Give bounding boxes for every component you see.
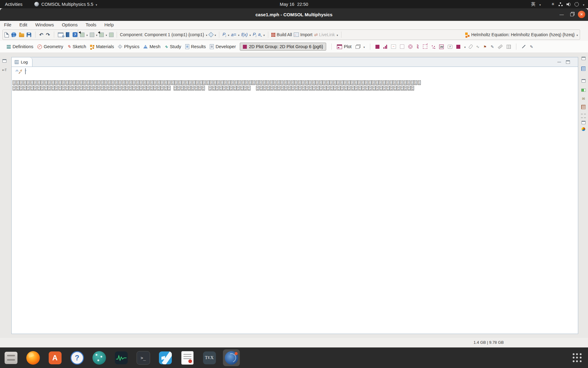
window2-collapsed-button[interactable] xyxy=(580,119,587,125)
panel-minimize-button[interactable]: — xyxy=(556,59,562,64)
variables-button[interactable]: a= xyxy=(231,32,236,37)
particle-trajectories-icon[interactable] xyxy=(431,45,435,49)
save-button[interactable] xyxy=(27,33,31,37)
grid-snap-tool[interactable] xyxy=(90,33,94,37)
parameters-button[interactable]: Pi xyxy=(222,32,226,38)
dock-waveform-app[interactable] xyxy=(113,349,130,366)
graphics-collapsed-button[interactable] xyxy=(580,126,587,132)
ime-indicator[interactable]: 英 xyxy=(531,1,536,7)
network-icon[interactable] xyxy=(559,2,563,6)
dock-orange-a-app[interactable]: A xyxy=(47,349,63,366)
new-file-button[interactable] xyxy=(5,32,9,37)
help-button[interactable]: ? xyxy=(73,32,77,37)
flag-icon[interactable] xyxy=(483,44,487,49)
open-button[interactable] xyxy=(19,33,24,37)
tab-sketch[interactable]: Sketch xyxy=(67,44,86,49)
dock-firefox[interactable] xyxy=(24,349,41,366)
minimize-button[interactable]: — xyxy=(558,11,565,18)
deformation-icon[interactable] xyxy=(423,44,427,49)
chevron-down-icon[interactable] xyxy=(250,32,251,37)
tray-chevron-icon[interactable] xyxy=(583,2,584,7)
dock-vscode[interactable] xyxy=(157,349,174,366)
mesh-grid-tool[interactable] xyxy=(109,33,114,37)
attachment-icon[interactable] xyxy=(469,44,472,49)
chevron-down-icon[interactable] xyxy=(86,32,88,37)
add-component-button[interactable] xyxy=(209,33,213,36)
progress-collapsed-button[interactable] xyxy=(580,87,587,93)
contour-frame-icon[interactable] xyxy=(400,44,404,49)
table-tools-icon[interactable] xyxy=(507,45,511,49)
select-entities-tool[interactable] xyxy=(80,33,85,37)
export-log-icon[interactable] xyxy=(25,69,26,74)
chevron-down-icon[interactable] xyxy=(337,32,338,37)
menu-help[interactable]: Help xyxy=(100,21,118,28)
table-collapsed-button[interactable] xyxy=(580,104,587,110)
draw-pencil-icon[interactable] xyxy=(530,44,533,49)
line-segment-icon[interactable] xyxy=(522,46,526,47)
chevron-down-icon[interactable] xyxy=(96,32,98,37)
livelink-button[interactable]: LiveLink xyxy=(314,32,335,37)
active-plot-group-button[interactable]: 2D Plot Group: 2D Plot Group 6 {pg6} xyxy=(240,43,326,51)
chevron-down-icon[interactable] xyxy=(206,32,207,37)
tab-physics[interactable]: Physics xyxy=(118,44,139,49)
chevron-down-icon[interactable] xyxy=(576,32,578,37)
clock[interactable]: May 16 22:50 xyxy=(0,0,588,8)
annotation-icon[interactable]: T xyxy=(448,45,452,49)
arrow-surface-icon[interactable] xyxy=(391,44,396,49)
menu-edit[interactable]: Edit xyxy=(15,21,31,28)
tab-materials[interactable]: Materials xyxy=(90,44,114,49)
filter-icon[interactable]: ⋈ xyxy=(439,44,444,49)
parameter-case-button[interactable]: Pi xyxy=(253,32,256,38)
dock-teal-network-app[interactable] xyxy=(91,349,107,366)
tab-log[interactable]: Log xyxy=(12,57,32,67)
import-button[interactable]: Import xyxy=(294,32,312,37)
panel-float-button[interactable] xyxy=(565,59,571,64)
dock-comsol[interactable] xyxy=(223,349,240,366)
tab-mesh[interactable]: Mesh xyxy=(143,44,160,49)
close-button[interactable]: ✕ xyxy=(578,11,585,18)
menu-windows[interactable]: Windows xyxy=(31,21,58,28)
brightness-icon[interactable]: ☀ xyxy=(551,2,555,6)
dock-document-viewer[interactable] xyxy=(179,349,196,366)
undo-button[interactable] xyxy=(39,32,43,38)
dock-app-grid[interactable] xyxy=(569,349,586,366)
freehand-icon[interactable] xyxy=(476,44,479,49)
tab-results[interactable]: Results xyxy=(185,44,206,49)
messages-collapsed-button[interactable] xyxy=(580,95,587,102)
settings-collapsed-button[interactable]: ⇤T xyxy=(1,67,8,73)
more-plots-chevron-icon[interactable] xyxy=(464,44,466,49)
build-all-button[interactable]: Build All xyxy=(271,32,292,37)
ime-chevron-icon[interactable] xyxy=(539,2,541,7)
float-window-button[interactable] xyxy=(580,55,587,61)
dock-files[interactable] xyxy=(2,349,19,366)
update-solution-button[interactable] xyxy=(58,33,63,37)
tab-geometry[interactable]: Geometry xyxy=(37,44,63,49)
tab-study[interactable]: Study xyxy=(164,44,181,49)
dock-tex-app[interactable]: TEX xyxy=(201,349,218,366)
dock-terminal[interactable]: >_ xyxy=(135,349,152,366)
restore-button[interactable] xyxy=(568,11,575,18)
power-icon[interactable] xyxy=(575,2,579,6)
histogram-plot-icon[interactable] xyxy=(383,44,387,49)
chevron-down-icon[interactable] xyxy=(106,32,107,37)
menu-file[interactable]: File xyxy=(0,21,15,28)
select-mesh-tool[interactable] xyxy=(99,33,104,37)
chevron-down-icon[interactable] xyxy=(228,32,229,37)
redo-button[interactable] xyxy=(46,32,50,38)
tab-developer[interactable]: Developer xyxy=(210,44,236,49)
component-selector[interactable]: Component: Component 1 (comp1) {comp1} xyxy=(120,32,204,37)
menu-options[interactable]: Options xyxy=(58,21,82,28)
chevron-down-icon[interactable] xyxy=(215,32,216,37)
plot-button[interactable]: Plot xyxy=(337,44,352,49)
menu-tools[interactable]: Tools xyxy=(82,21,100,28)
streamline-plot-icon[interactable]: ∿∿∿ xyxy=(417,44,419,49)
volume-icon[interactable] xyxy=(567,2,571,6)
plot-in-window-button[interactable] xyxy=(356,45,360,48)
physics-selector[interactable]: Helmholtz Equation: Helmholtz Equation (… xyxy=(471,32,575,37)
surface-plot-icon[interactable] xyxy=(375,45,379,49)
chevron-down-icon[interactable] xyxy=(263,32,265,37)
dock-help[interactable]: ? xyxy=(69,349,85,366)
tab-definitions[interactable]: Definitions xyxy=(7,44,33,49)
chevron-down-icon[interactable] xyxy=(238,32,239,37)
auxiliary-sweep-button[interactable]: a▪ xyxy=(258,32,262,38)
